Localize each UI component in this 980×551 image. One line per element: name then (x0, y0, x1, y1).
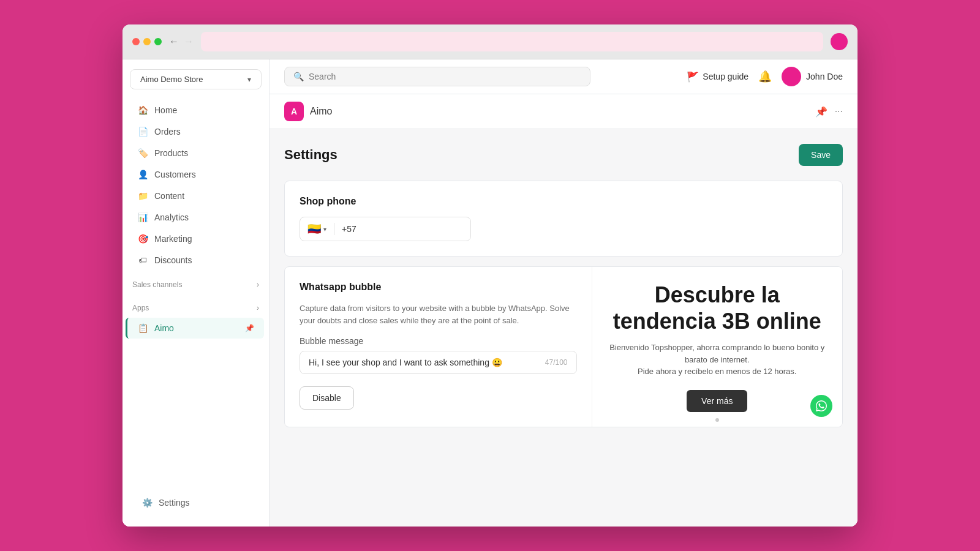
app-header-right: 📌 ··· (815, 106, 843, 118)
user-avatar (782, 67, 801, 86)
home-icon: 🏠 (137, 105, 148, 116)
content-icon: 📁 (137, 190, 148, 201)
products-icon: 🏷️ (137, 148, 148, 159)
bubble-textarea-wrapper[interactable]: 47/100 (300, 351, 577, 374)
settings-icon: ⚙️ (142, 498, 153, 508)
browser-user-avatar (831, 33, 848, 50)
apps-arrow-icon: › (257, 304, 259, 312)
sidebar-item-customers-label: Customers (154, 170, 196, 179)
page-inner: Settings Save Shop phone 🇨🇴 ▾ +57 (270, 129, 858, 452)
minimize-button[interactable] (143, 38, 151, 45)
user-name-label: John Doe (806, 72, 843, 81)
store-selector[interactable]: Aimo Demo Store ▾ (130, 69, 262, 89)
app-container: Aimo Demo Store ▾ 🏠 Home 📄 Orders 🏷️ Pro… (123, 59, 858, 527)
whatsapp-card-content: Whatsapp bubble Capture data from visito… (285, 267, 842, 427)
setup-guide-button[interactable]: 🚩 Setup guide (687, 71, 748, 83)
search-icon: 🔍 (293, 72, 304, 81)
customers-icon: 👤 (137, 169, 148, 180)
sidebar-item-customers[interactable]: 👤 Customers (127, 164, 264, 185)
flag-selector[interactable]: 🇨🇴 ▾ (307, 222, 326, 236)
char-count-label: 47/100 (545, 358, 568, 367)
pin-icon: 📌 (245, 324, 254, 332)
page-content: A Aimo 📌 ··· Settings Save (270, 94, 858, 527)
aimo-icon: 📋 (137, 323, 148, 334)
forward-arrow-icon: → (184, 36, 194, 47)
whatsapp-card-left: Whatsapp bubble Capture data from visito… (285, 267, 592, 427)
phone-divider (334, 223, 334, 235)
sidebar-item-orders-label: Orders (154, 127, 181, 137)
sidebar-item-home[interactable]: 🏠 Home (127, 100, 264, 121)
shop-phone-title: Shop phone (300, 196, 827, 207)
sales-channels-label: Sales channels (132, 280, 182, 289)
notification-bell-icon[interactable]: 🔔 (758, 70, 772, 83)
shop-phone-card: Shop phone 🇨🇴 ▾ +57 (284, 181, 843, 257)
bubble-message-input[interactable] (309, 358, 545, 367)
store-selector-label: Aimo Demo Store (140, 75, 203, 84)
sidebar-item-marketing-label: Marketing (154, 234, 192, 244)
ver-mas-button[interactable]: Ver más (687, 390, 747, 412)
phone-code-label: +57 (342, 224, 356, 234)
sidebar-item-aimo-label: Aimo (154, 323, 174, 333)
store-selector-arrow-icon: ▾ (247, 75, 251, 84)
orders-icon: 📄 (137, 126, 148, 137)
whatsapp-float-icon (810, 395, 832, 417)
top-bar-actions: 🚩 Setup guide 🔔 John Doe (687, 67, 843, 86)
whatsapp-description: Capture data from visitors to your websi… (300, 302, 577, 326)
save-button[interactable]: Save (799, 144, 843, 166)
search-input[interactable] (309, 72, 581, 81)
sales-channels-header: Sales channels › (123, 276, 269, 294)
nav-arrows: ← → (169, 36, 194, 47)
colombia-flag-icon: 🇨🇴 (307, 222, 321, 236)
traffic-lights (132, 38, 162, 45)
app-header-left: A Aimo (284, 102, 332, 121)
sidebar-item-content[interactable]: 📁 Content (127, 186, 264, 206)
sidebar-item-aimo[interactable]: 📋 Aimo 📌 (126, 318, 264, 339)
sidebar-item-orders[interactable]: 📄 Orders (127, 121, 264, 142)
app-icon: A (284, 102, 304, 121)
close-button[interactable] (132, 38, 140, 45)
sidebar-item-analytics[interactable]: 📊 Analytics (127, 207, 264, 228)
header-pin-icon[interactable]: 📌 (815, 106, 827, 118)
phone-input-wrapper[interactable]: 🇨🇴 ▾ +57 (300, 217, 471, 241)
apps-label: Apps (132, 304, 149, 312)
sidebar-item-settings[interactable]: ⚙️ Settings (137, 493, 254, 512)
sidebar-item-discounts[interactable]: 🏷 Discounts (127, 250, 264, 271)
sidebar-item-home-label: Home (154, 105, 177, 115)
whatsapp-preview-subtitle: Bienvenido Topshopper, ahorra comprando … (607, 342, 828, 378)
flag-dropdown-arrow-icon: ▾ (323, 226, 326, 233)
marketing-icon: 🎯 (137, 233, 148, 244)
header-more-icon[interactable]: ··· (835, 106, 843, 117)
app-name-label: Aimo (310, 106, 332, 117)
main-content: 🔍 🚩 Setup guide 🔔 John Doe (270, 59, 858, 527)
page-title-row: Settings Save (284, 144, 843, 166)
sidebar-item-analytics-label: Analytics (154, 212, 189, 222)
bubble-message-label: Bubble message (300, 336, 577, 346)
sidebar-item-content-label: Content (154, 191, 184, 201)
app-header: A Aimo 📌 ··· (270, 94, 858, 129)
discounts-icon: 🏷 (137, 255, 148, 266)
setup-guide-label: Setup guide (703, 72, 748, 81)
back-arrow-icon[interactable]: ← (169, 36, 179, 47)
page-title: Settings (284, 147, 337, 163)
top-bar: 🔍 🚩 Setup guide 🔔 John Doe (270, 59, 858, 94)
whatsapp-preview-title: Descubre la tendencia 3B online (607, 282, 828, 334)
maximize-button[interactable] (154, 38, 162, 45)
sidebar-item-products[interactable]: 🏷️ Products (127, 143, 264, 163)
whatsapp-card-right: Descubre la tendencia 3B online Bienveni… (592, 267, 843, 427)
sidebar-item-discounts-label: Discounts (154, 255, 192, 265)
whatsapp-bubble-card: Whatsapp bubble Capture data from visito… (284, 266, 843, 427)
flag-icon: 🚩 (687, 71, 699, 83)
browser-chrome: ← → (123, 24, 858, 59)
search-bar[interactable]: 🔍 (284, 67, 590, 86)
sidebar-settings: ⚙️ Settings (127, 488, 264, 517)
sidebar-settings-label: Settings (159, 498, 190, 508)
analytics-icon: 📊 (137, 212, 148, 223)
sidebar-item-products-label: Products (154, 148, 188, 158)
sidebar-item-marketing[interactable]: 🎯 Marketing (127, 228, 264, 249)
user-info[interactable]: John Doe (782, 67, 843, 86)
whatsapp-bubble-title: Whatsapp bubble (300, 282, 577, 293)
disable-button[interactable]: Disable (300, 386, 354, 410)
apps-header: Apps › (123, 299, 269, 317)
nav-section: 🏠 Home 📄 Orders 🏷️ Products 👤 Customers … (123, 99, 269, 483)
url-bar[interactable] (201, 32, 823, 51)
